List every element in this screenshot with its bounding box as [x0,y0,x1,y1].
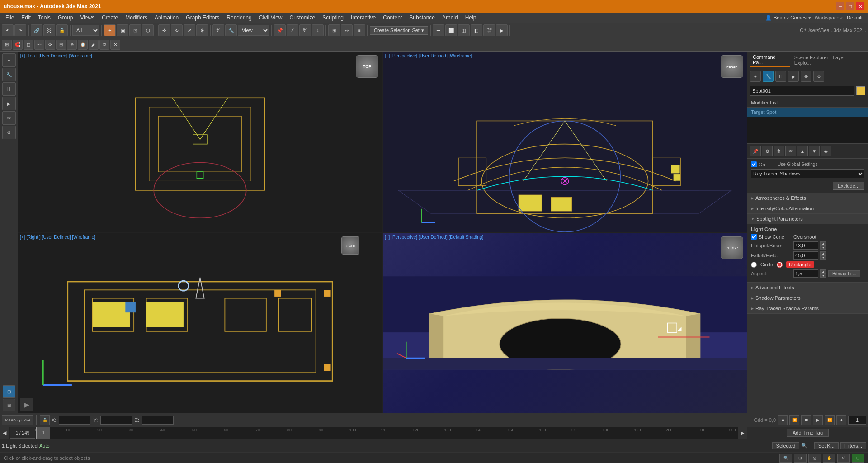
falloff-down[interactable]: ▼ [820,255,826,260]
rp-hierarchy-btn[interactable]: H [775,71,786,82]
tb2-paint[interactable]: 🖌 [89,40,99,50]
timeline-next-btn[interactable]: ▶ [738,427,747,439]
select-region[interactable]: ▣ [117,24,128,36]
tab-scene-explorer[interactable]: Scene Explorer - Layer Explo... [792,54,865,66]
tb2-obj[interactable]: ◻ [24,40,33,50]
menu-animation[interactable]: Animation [151,14,182,22]
rp-configure-btn[interactable]: ⚙ [762,146,773,156]
viewport-top-label[interactable]: [+] [Top ] [User Defined] [Wireframe] [20,53,92,58]
menu-edit[interactable]: Edit [18,14,34,22]
unlink-button[interactable]: ⛓ [43,24,55,36]
atmospheres-header[interactable]: ▶ Atmospheres & Effects [747,193,868,203]
menu-modifiers[interactable]: Modifiers [122,14,151,22]
select-color[interactable]: ⬡ [142,24,154,36]
menu-graph-editors[interactable]: Graph Editors [182,14,223,22]
sidebar-grid[interactable]: ⊟ [3,399,15,411]
exclude-button[interactable]: Exclude... [833,182,864,190]
scene-mgr[interactable]: ⬜ [445,24,457,36]
modifier-item-target-spot[interactable]: Target Spot [747,108,868,117]
spotlight-header[interactable]: ▼ Spotlight Parameters [747,214,868,224]
filters-display[interactable]: Filters... [840,442,866,449]
menu-substance[interactable]: Substance [406,14,439,22]
viewport-perspwire-label[interactable]: [+] [Perspective] [User Defined] [Wirefr… [385,53,472,58]
menu-help[interactable]: Help [462,14,480,22]
minimize-button[interactable]: ─ [836,2,844,10]
plus-search-icon[interactable]: + [809,443,812,449]
link-button[interactable]: 🔗 [31,24,42,36]
viewport-perspective-shaded[interactable]: [+] [Perspective] [User Defined] [Defaul… [383,233,747,413]
sidebar-utilities[interactable]: ⚙ [2,126,16,139]
edit-named-sel[interactable]: ⊞ [328,24,340,36]
x-coord-input[interactable] [59,416,90,425]
aspect-down[interactable]: ▼ [820,274,826,278]
tb2-s4[interactable]: ⊕ [67,40,77,50]
rp-utils-btn[interactable]: ⚙ [813,71,824,82]
menu-interactive[interactable]: Interactive [347,14,379,22]
rp-modify-btn[interactable]: 🔧 [763,71,774,82]
rp-move-down-btn[interactable]: ▼ [809,146,820,156]
snap-button[interactable]: 🔧 [225,24,237,36]
timeline-prev-btn[interactable]: ◀ [0,427,9,439]
spinner-snap[interactable]: ↕ [312,24,324,36]
bitmap-fit-button[interactable]: Bitmap Fit... [828,270,860,277]
sidebar-display[interactable]: 👁 [2,111,16,125]
tb2-mirror[interactable]: 🪞 [78,40,88,50]
redo-button[interactable]: ↷ [14,24,26,36]
tb2-s3[interactable]: ⊟ [56,40,66,50]
snap-angle[interactable]: ∠ [287,24,298,36]
rp-add-btn[interactable]: + [750,71,761,82]
create-selection-button[interactable]: Create Selection Set ▾ [370,26,428,35]
vp-maximize-btn[interactable]: ⊡ [852,454,864,463]
scale-button[interactable]: ⤢ [184,24,195,36]
reference-coord[interactable]: % [212,24,224,36]
lock-selection-btn[interactable]: 🔒 [40,415,50,425]
vp-pan-btn[interactable]: ✋ [823,454,835,463]
sidebar-create[interactable]: + [2,53,16,67]
snap-toggle[interactable]: 📌 [274,24,286,36]
viewport-right[interactable]: [+] [Right ] [User Defined] [Wireframe] … [18,233,382,413]
rotate-button[interactable]: ↻ [171,24,183,36]
auto-btn-label[interactable]: Auto [39,443,50,449]
add-time-tag-btn[interactable]: Add Time Tag [787,429,829,437]
play-btn[interactable]: ▶ [813,415,823,425]
viewport-right-label[interactable]: [+] [Right ] [User Defined] [Wireframe] [20,235,95,240]
snap-percent[interactable]: % [299,24,311,36]
sidebar-viewport-layout[interactable]: ⊞ [3,385,15,398]
viewport-perspective-wire[interactable]: [+] [Perspective] [User Defined] [Wirefr… [383,52,747,232]
selected-display[interactable]: Selected [772,442,800,449]
tb2-x[interactable]: ✕ [110,40,120,50]
shadow-params-header[interactable]: ▶ Shadow Parameters [747,293,868,303]
close-button[interactable]: ✕ [856,2,864,10]
menu-civil-view[interactable]: Civil View [255,14,286,22]
rp-display-btn[interactable]: 👁 [801,71,811,82]
menu-scripting[interactable]: Scripting [319,14,347,22]
select-name[interactable]: ⊡ [129,24,141,36]
y-coord-input[interactable] [100,416,132,425]
menu-file[interactable]: File [2,14,18,22]
hierarchy-button[interactable]: ⚙ [196,24,208,36]
hotspot-down[interactable]: ▼ [820,246,826,250]
view-mode-dropdown[interactable]: View [238,25,269,36]
rp-make-unique-btn[interactable]: ◈ [821,146,831,156]
rp-pin-btn[interactable]: 📌 [750,146,761,156]
prev-frame-btn[interactable]: ⏪ [789,415,799,425]
menu-views[interactable]: Views [76,14,98,22]
tb2-s2[interactable]: ⟳ [45,40,55,50]
shadow-on-checkbox[interactable] [751,161,757,167]
filter-dropdown[interactable]: All [72,25,99,36]
goto-start-btn[interactable]: ⏮ [778,415,788,425]
aspect-input[interactable] [793,269,818,278]
intensity-header[interactable]: ▶ Intensity/Color/Attenuation [747,203,868,213]
tb2-attract[interactable]: 🧲 [13,40,23,50]
hotspot-input[interactable] [793,241,818,250]
falloff-input[interactable] [793,251,818,260]
menu-tools[interactable]: Tools [34,14,54,22]
rp-show-hide-btn[interactable]: 👁 [785,146,796,156]
viewport-top[interactable]: [+] [Top ] [User Defined] [Wireframe] TO… [18,52,382,232]
goto-end-btn[interactable]: ⏭ [836,415,846,425]
menu-arnold[interactable]: Arnold [439,14,462,22]
rp-move-up-btn[interactable]: ▲ [797,146,808,156]
menu-group[interactable]: Group [54,14,76,22]
maxscript-mini-btn[interactable]: MAXScript Mini [2,415,33,425]
stop-btn[interactable]: ⏹ [801,415,811,425]
